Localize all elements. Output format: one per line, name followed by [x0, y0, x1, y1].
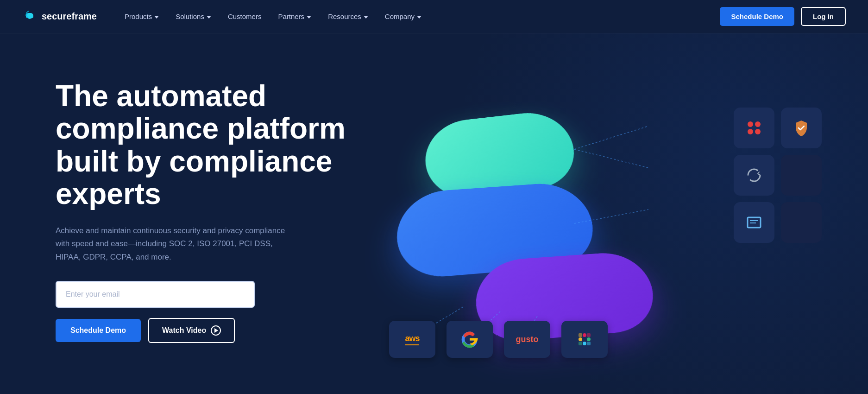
navbar: secureframe Products Solutions Customers… — [0, 0, 868, 33]
svg-rect-13 — [583, 333, 586, 337]
nav-login-button[interactable]: Log In — [801, 7, 846, 26]
svg-rect-16 — [579, 333, 582, 337]
integration-card-slack — [561, 321, 608, 358]
integration-card-dots — [734, 108, 774, 148]
nav-center: Products Solutions Customers Partners Re… — [108, 13, 720, 20]
hero-illustration: aws gusto — [371, 70, 822, 372]
hero-subtext: Achieve and maintain continuous security… — [56, 224, 296, 265]
hero-schedule-demo-button[interactable]: Schedule Demo — [56, 319, 141, 342]
integration-card-gusto: gusto — [504, 321, 550, 358]
nav-resources[interactable]: Resources — [328, 13, 368, 20]
integration-card-aws: aws — [389, 321, 435, 358]
slack-logo — [576, 331, 593, 348]
dots-icon — [748, 121, 761, 134]
nav-solutions[interactable]: Solutions — [176, 13, 211, 20]
nav-actions: Schedule Demo Log In — [720, 7, 846, 26]
gusto-logo: gusto — [516, 335, 539, 344]
svg-rect-12 — [579, 337, 582, 341]
shield-icon — [794, 120, 809, 136]
google-logo — [461, 330, 478, 348]
svg-line-1 — [574, 126, 648, 149]
integration-card-google — [447, 321, 493, 358]
email-input[interactable] — [56, 281, 255, 308]
nav-products[interactable]: Products — [125, 13, 159, 20]
svg-rect-14 — [587, 337, 591, 341]
circular-arrow-icon — [746, 167, 762, 183]
dot-icon — [748, 121, 753, 127]
nav-schedule-demo-button[interactable]: Schedule Demo — [720, 7, 794, 26]
blue-box-icon — [747, 216, 761, 229]
hero-buttons: Schedule Demo Watch Video — [56, 318, 352, 343]
integration-card-empty2 — [781, 202, 822, 243]
nav-company[interactable]: Company — [385, 13, 421, 20]
nav-customers[interactable]: Customers — [228, 13, 262, 20]
chevron-down-icon — [417, 16, 421, 19]
svg-rect-15 — [583, 342, 586, 345]
chevron-down-icon — [364, 16, 368, 19]
nav-partners[interactable]: Partners — [278, 13, 311, 20]
bottom-integration-cards: aws gusto — [389, 321, 608, 358]
hero-section: The automated compliance platform built … — [0, 33, 868, 394]
svg-rect-17 — [579, 342, 582, 345]
integration-card-bluebox — [734, 202, 774, 243]
logo-text: secureframe — [42, 11, 97, 22]
dot-icon — [748, 129, 753, 134]
aws-logo: aws — [405, 334, 419, 345]
play-triangle-icon — [214, 328, 218, 333]
svg-line-2 — [574, 149, 648, 168]
hero-content: The automated compliance platform built … — [56, 70, 352, 343]
chevron-down-icon — [307, 16, 311, 19]
integration-card-shield — [781, 108, 822, 148]
svg-point-8 — [748, 169, 760, 181]
nav-links: Products Solutions Customers Partners Re… — [125, 13, 421, 20]
aws-line — [405, 344, 419, 345]
svg-rect-18 — [587, 333, 591, 337]
illustration-container: aws gusto — [371, 70, 822, 372]
integration-card-empty1 — [781, 155, 822, 196]
dot-icon — [755, 129, 761, 134]
dot-icon — [755, 121, 761, 127]
play-icon — [211, 325, 221, 336]
svg-rect-19 — [587, 342, 591, 345]
hero-heading: The automated compliance platform built … — [56, 80, 352, 210]
watch-video-button[interactable]: Watch Video — [148, 318, 235, 343]
logo[interactable]: secureframe — [22, 9, 97, 24]
right-integration-cards — [734, 108, 822, 243]
chevron-down-icon — [207, 16, 211, 19]
integration-card-circular — [734, 155, 774, 196]
chevron-down-icon — [154, 16, 159, 19]
